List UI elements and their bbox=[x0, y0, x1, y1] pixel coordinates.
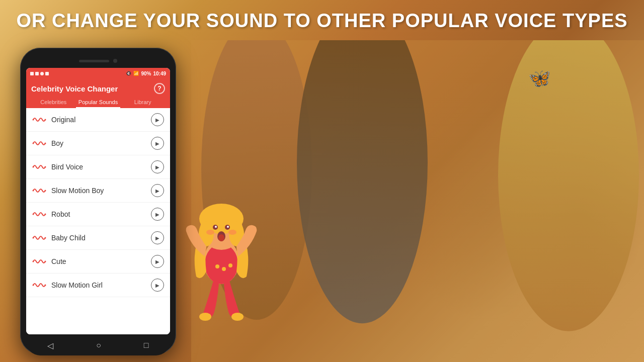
voice-name-slow-boy: Slow Motion Boy bbox=[51, 187, 151, 195]
svg-point-9 bbox=[227, 226, 229, 228]
svg-point-20 bbox=[45, 119, 46, 121]
status-icons-left bbox=[30, 72, 49, 75]
voice-name-robot: Robot bbox=[51, 210, 151, 218]
phone-outer-frame: 🔇 📶 90% 10:49 Celebrity Voice Changer ? … bbox=[20, 48, 176, 354]
wifi-icon: 📶 bbox=[133, 71, 139, 76]
voice-name-slow-girl: Slow Motion Girl bbox=[51, 281, 151, 289]
waveform-icon-bird bbox=[32, 161, 46, 172]
voice-item-baby[interactable]: Baby Child ▶ bbox=[26, 226, 170, 250]
mute-icon: 🔇 bbox=[126, 71, 131, 76]
voice-name-baby: Baby Child bbox=[51, 234, 151, 242]
play-button-boy[interactable]: ▶ bbox=[151, 137, 164, 150]
svg-point-30 bbox=[45, 237, 46, 239]
app-title: Celebrity Voice Changer bbox=[31, 84, 118, 93]
play-button-cute[interactable]: ▶ bbox=[151, 255, 164, 268]
voice-item-bird[interactable]: Bird Voice ▶ bbox=[26, 155, 170, 179]
phone-bottom-nav: ◁ ○ □ bbox=[26, 335, 170, 355]
phone-screen: 🔇 📶 90% 10:49 Celebrity Voice Changer ? … bbox=[26, 68, 170, 334]
svg-point-18 bbox=[228, 263, 232, 267]
phone-device: 🔇 📶 90% 10:49 Celebrity Voice Changer ? … bbox=[20, 48, 176, 354]
voice-item-robot[interactable]: Robot ▶ bbox=[26, 203, 170, 226]
phone-camera bbox=[113, 59, 117, 63]
tab-celebrities[interactable]: Celebrities bbox=[31, 97, 76, 108]
back-button[interactable]: ◁ bbox=[47, 341, 53, 350]
home-button[interactable]: ○ bbox=[96, 341, 101, 350]
waveform-icon-boy bbox=[32, 138, 46, 149]
svg-point-32 bbox=[45, 261, 46, 262]
help-button[interactable]: ? bbox=[154, 83, 165, 94]
svg-point-11 bbox=[228, 230, 236, 235]
voice-name-cute: Cute bbox=[51, 257, 151, 265]
svg-point-29 bbox=[33, 237, 34, 239]
voice-name-boy: Boy bbox=[51, 139, 151, 147]
svg-point-16 bbox=[215, 264, 219, 268]
svg-point-22 bbox=[45, 143, 46, 144]
notification-icon-4 bbox=[45, 72, 49, 75]
voice-name-bird: Bird Voice bbox=[51, 163, 151, 171]
voice-item-boy[interactable]: Boy ▶ bbox=[26, 132, 170, 155]
svg-point-33 bbox=[33, 285, 34, 286]
waveform-icon-original bbox=[32, 114, 46, 125]
tab-library[interactable]: Library bbox=[120, 97, 165, 108]
voice-item-original[interactable]: Original ▶ bbox=[26, 108, 170, 132]
svg-point-26 bbox=[45, 190, 46, 192]
svg-point-13 bbox=[218, 234, 224, 241]
tab-popular-sounds[interactable]: Popular Sounds bbox=[76, 97, 121, 108]
notification-icon bbox=[30, 72, 34, 75]
play-button-bird[interactable]: ▶ bbox=[151, 160, 164, 173]
voice-item-slow-girl[interactable]: Slow Motion Girl ▶ bbox=[26, 274, 170, 297]
phone-speaker bbox=[79, 60, 109, 62]
phone-top-bar bbox=[26, 54, 170, 68]
svg-point-28 bbox=[45, 214, 46, 215]
notification-icon-3 bbox=[40, 72, 44, 75]
svg-point-31 bbox=[33, 261, 34, 262]
svg-point-34 bbox=[45, 285, 46, 286]
status-info-right: 🔇 📶 90% 10:49 bbox=[126, 71, 166, 76]
svg-point-15 bbox=[231, 313, 244, 321]
waveform-icon-baby bbox=[32, 232, 46, 243]
voice-item-cute[interactable]: Cute ▶ bbox=[26, 250, 170, 274]
time-display: 10:49 bbox=[153, 71, 166, 76]
svg-point-8 bbox=[215, 226, 217, 228]
svg-point-10 bbox=[206, 230, 214, 235]
svg-point-25 bbox=[33, 190, 34, 192]
play-button-robot[interactable]: ▶ bbox=[151, 208, 164, 221]
status-bar: 🔇 📶 90% 10:49 bbox=[26, 68, 170, 79]
recent-button[interactable]: □ bbox=[144, 341, 149, 350]
app-title-row: Celebrity Voice Changer ? bbox=[31, 83, 165, 94]
butterfly-decoration: 🦋 bbox=[528, 68, 551, 89]
play-button-baby[interactable]: ▶ bbox=[151, 231, 164, 244]
tab-bar: Celebrities Popular Sounds Library bbox=[31, 97, 165, 108]
cartoon-girl-illustration bbox=[176, 191, 267, 322]
waveform-icon-cute bbox=[32, 256, 46, 267]
voice-name-original: Original bbox=[51, 116, 151, 124]
play-button-original[interactable]: ▶ bbox=[151, 113, 164, 126]
svg-point-14 bbox=[199, 313, 211, 321]
voice-list: Original ▶ Boy ▶ bbox=[26, 108, 170, 334]
svg-point-24 bbox=[45, 166, 46, 168]
battery-percent: 90% bbox=[141, 71, 151, 76]
svg-point-19 bbox=[33, 119, 34, 121]
notification-icon-2 bbox=[35, 72, 39, 75]
voice-item-slow-boy[interactable]: Slow Motion Boy ▶ bbox=[26, 179, 170, 203]
svg-point-21 bbox=[33, 143, 34, 144]
waveform-icon-slow-boy bbox=[32, 185, 46, 196]
svg-point-27 bbox=[33, 214, 34, 215]
play-button-slow-girl[interactable]: ▶ bbox=[151, 279, 164, 292]
app-header: Celebrity Voice Changer ? Celebrities Po… bbox=[26, 79, 170, 108]
svg-point-23 bbox=[33, 166, 34, 168]
waveform-icon-slow-girl bbox=[32, 280, 46, 291]
play-button-slow-boy[interactable]: ▶ bbox=[151, 184, 164, 197]
waveform-icon-robot bbox=[32, 209, 46, 220]
svg-point-17 bbox=[222, 267, 226, 271]
page-headline: OR CHANGE YOUR SOUND TO OTHER POPULAR VO… bbox=[0, 10, 644, 32]
